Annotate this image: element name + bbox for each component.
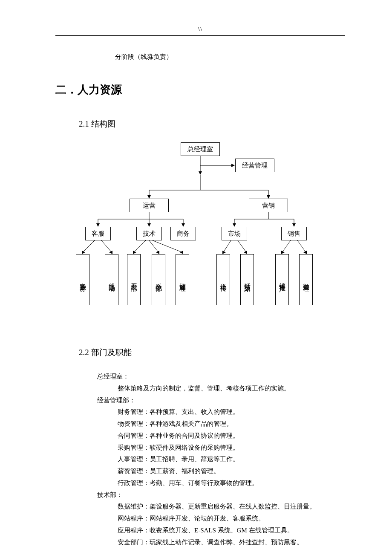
svg-marker-23 [292,223,296,227]
dept-tech-title: 技术部： [97,489,345,501]
org-leaf-cs2: 线上活动 [105,254,118,305]
org-leaf-cs1: 客户服务 [76,254,89,305]
svg-marker-15 [147,223,151,227]
top-note: 分阶段（线淼负责） [115,53,345,61]
dept-tech-desc-4: 安全部门：玩家线上动作记录、调查作弊、外挂查封、预防黑客。 [97,537,345,549]
dept-mgmt-desc-6: 薪资管理：员工薪资、福利的管理。 [97,465,345,477]
dept-tech-desc-2: 网站程序：网站程序开发、论坛的开发、客服系统。 [97,513,345,525]
org-node-sales: 销售 [281,227,307,240]
dept-tech-desc-3: 应用程序：收费系统开发、E-SALS 系统、GM 在线管理工具。 [97,525,345,537]
org-node-ops: 运营 [130,199,169,212]
svg-marker-25 [82,251,85,254]
dept-tech-desc-1: 数据维护：架设服务器、更新重启服务器、在线人数监控、日注册量。 [97,501,345,513]
org-node-market: 市场 [222,227,247,240]
org-leaf-s2: 渠道管理 [299,254,313,305]
dept-mgmt-desc-7: 行政管理：考勤、用车、订餐等行政事物的管理。 [97,477,345,489]
dept-mgmt-desc-1: 财务管理：各种预算、支出、收入的管理。 [97,406,345,418]
dept-mgmt-desc-5: 人事管理：员工招聘、录用、辞退等工作。 [97,454,345,465]
org-leaf-m1: 市场宣传 [216,254,230,305]
svg-line-28 [134,240,146,252]
section-heading-2: 二．人力资源 [55,82,345,97]
org-node-gm: 总经理室 [181,142,220,156]
dept-mgmt-desc-3: 合同管理：各种业务的合同及协议的管理。 [97,430,345,442]
svg-marker-39 [281,251,285,254]
svg-marker-33 [180,251,183,254]
svg-line-24 [83,240,95,252]
svg-line-40 [297,240,306,252]
org-leaf-t1: 开发部 [127,254,141,305]
svg-line-32 [153,240,182,252]
svg-marker-1 [199,171,202,175]
svg-marker-29 [133,251,136,254]
subheading-2-1: 2.1 结构图 [79,119,345,130]
svg-marker-35 [222,251,226,254]
subheading-2-2: 2.2 部门及职能 [79,347,345,358]
dept-gm-desc-1: 整体策略及方向的制定，监督、管理、考核各项工作的实施。 [97,383,345,395]
dept-mgmt-desc-4: 采购管理：软硬件及网络设备的采购管理。 [97,442,345,454]
dept-gm-title: 总经理室： [97,371,345,383]
org-node-marketing: 营销 [249,199,288,212]
org-node-biz: 商务 [170,227,196,240]
org-leaf-t2: 系统部 [152,254,165,305]
dept-mgmt-desc-2: 物资管理：各种游戏及相关产品的管理。 [97,418,345,430]
department-functions-text: 总经理室： 整体策略及方向的制定，监督、管理、考核各项工作的实施。 经营管理部：… [97,371,345,548]
svg-line-38 [282,240,291,252]
org-node-mgmt: 经营管理 [235,159,274,172]
svg-line-36 [238,240,246,252]
org-node-cs: 客服 [85,227,111,240]
org-leaf-t3: 游戏管理 [176,254,189,305]
svg-marker-31 [156,251,159,254]
svg-line-26 [101,240,112,252]
svg-line-34 [223,240,231,252]
svg-marker-37 [244,251,247,254]
svg-marker-21 [233,223,236,227]
svg-marker-7 [147,195,151,199]
dept-mgmt-title: 经营管理部： [97,395,345,407]
svg-line-30 [149,240,159,252]
svg-marker-17 [182,223,185,227]
svg-marker-41 [303,251,307,254]
svg-marker-13 [96,223,100,227]
org-node-tech: 技术 [136,227,162,240]
svg-marker-3 [231,164,235,167]
org-chart: 总经理室 经营管理 运营 营销 客服 技术 商务 市场 销售 客户服务 线上活动… [64,142,337,321]
org-leaf-m2: 活动策划 [240,254,254,305]
org-leaf-s1: 销售推广 [275,254,289,305]
page-header-mark: \\ [55,26,345,33]
svg-marker-27 [109,251,112,254]
svg-marker-9 [267,195,270,199]
